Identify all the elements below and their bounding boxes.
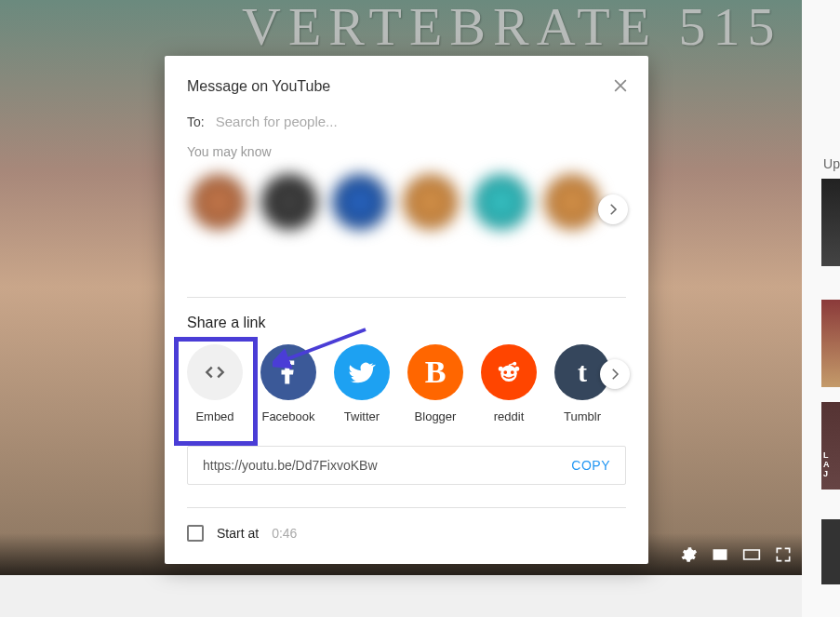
svg-point-5 xyxy=(499,367,503,371)
share-label-text: reddit xyxy=(494,409,525,423)
settings-icon[interactable] xyxy=(679,545,698,564)
chevron-right-icon xyxy=(607,366,623,382)
share-next-button[interactable] xyxy=(600,359,630,389)
start-at-time[interactable]: 0:46 xyxy=(272,526,297,541)
embed-icon xyxy=(187,344,243,400)
thumb-overlay: LAJ xyxy=(823,450,830,478)
start-at-row: Start at 0:46 xyxy=(187,525,626,542)
to-label: To: xyxy=(187,114,205,129)
share-facebook[interactable]: Facebook xyxy=(260,344,316,423)
divider xyxy=(187,507,626,508)
theater-icon[interactable] xyxy=(742,545,761,564)
share-label-text: Facebook xyxy=(261,409,314,423)
start-at-label: Start at xyxy=(217,526,259,541)
sidebar-thumb[interactable] xyxy=(821,300,840,387)
close-button[interactable] xyxy=(611,76,630,99)
share-blogger[interactable]: B Blogger xyxy=(407,344,463,423)
reddit-icon xyxy=(481,344,537,400)
to-row: To: xyxy=(187,114,626,129)
contact-avatar[interactable] xyxy=(544,174,600,230)
chevron-right-icon xyxy=(605,201,621,218)
share-url-input[interactable] xyxy=(203,458,571,473)
sidebar: Up LAJ xyxy=(802,0,840,617)
share-embed[interactable]: Embed xyxy=(187,344,243,423)
sidebar-thumb[interactable] xyxy=(821,179,840,266)
share-modal: Message on YouTube To: You may know Shar… xyxy=(165,56,648,564)
you-may-know-label: You may know xyxy=(187,144,626,159)
twitter-icon xyxy=(334,344,390,400)
svg-point-3 xyxy=(511,370,514,374)
svg-point-1 xyxy=(500,366,517,382)
share-label-text: Twitter xyxy=(344,409,380,423)
close-icon xyxy=(611,76,630,95)
share-tumblr[interactable]: t Tumblr xyxy=(554,344,610,423)
svg-point-2 xyxy=(503,370,507,374)
modal-title: Message on YouTube xyxy=(187,78,626,95)
contact-avatar[interactable] xyxy=(473,174,529,230)
contacts-strip xyxy=(187,167,626,278)
divider xyxy=(187,297,626,298)
svg-line-7 xyxy=(509,364,513,366)
svg-point-4 xyxy=(514,367,519,371)
blogger-icon: B xyxy=(407,344,463,400)
contact-avatar[interactable] xyxy=(261,174,317,230)
sidebar-thumb[interactable]: LAJ xyxy=(821,402,840,490)
contact-avatar[interactable] xyxy=(332,174,388,230)
upnext-label: Up xyxy=(823,156,840,171)
copy-button[interactable]: COPY xyxy=(571,458,610,473)
share-row: Embed Facebook Twitter B Blogger reddit … xyxy=(187,344,626,423)
share-link-label: Share a link xyxy=(187,315,626,331)
contacts-next-button[interactable] xyxy=(598,194,628,224)
contact-avatar[interactable] xyxy=(403,174,459,230)
share-label-text: Tumblr xyxy=(564,409,601,423)
video-bg-text: VERTEBRATE 515 xyxy=(242,0,782,58)
share-label-text: Blogger xyxy=(415,409,457,423)
share-twitter[interactable]: Twitter xyxy=(334,344,390,423)
start-at-checkbox[interactable] xyxy=(187,525,204,542)
search-people-input[interactable] xyxy=(216,114,626,129)
sidebar-thumb[interactable] xyxy=(821,519,840,584)
share-url-box: COPY xyxy=(187,446,626,485)
miniplayer-icon[interactable] xyxy=(711,545,729,564)
fullscreen-icon[interactable] xyxy=(774,545,793,564)
share-label-text: Embed xyxy=(195,409,233,423)
contact-avatar[interactable] xyxy=(191,174,247,230)
facebook-icon xyxy=(260,344,316,400)
share-reddit[interactable]: reddit xyxy=(481,344,537,423)
